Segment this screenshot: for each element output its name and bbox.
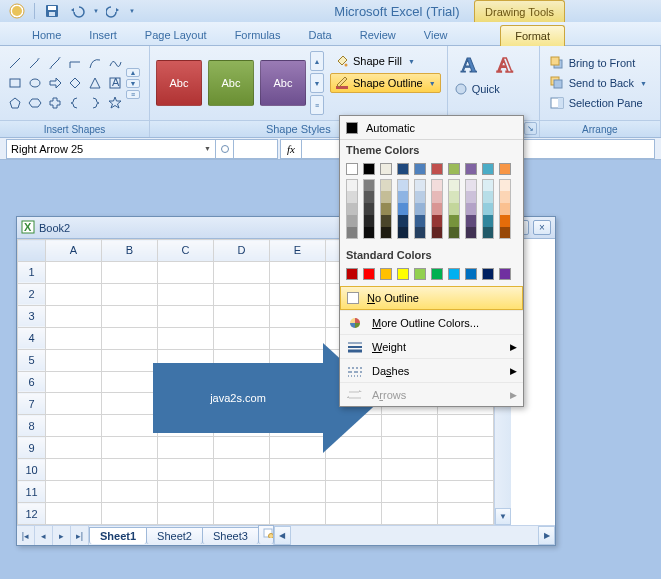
cell[interactable] [326,503,382,525]
cell[interactable] [382,437,438,459]
cross-icon[interactable] [46,94,64,112]
shape-outline-button[interactable]: Shape Outline▼ [330,73,441,93]
line-icon[interactable] [6,54,24,72]
color-swatch[interactable] [363,163,375,175]
color-swatch[interactable] [363,227,375,239]
col-header[interactable]: E [270,240,326,262]
cell[interactable] [158,283,214,305]
shapes-up[interactable]: ▲ [126,68,140,77]
row-header[interactable]: 12 [18,503,46,525]
cell[interactable] [46,261,102,283]
row-header[interactable]: 1 [18,261,46,283]
weight-item[interactable]: Weight ▶ [340,334,523,358]
color-swatch[interactable] [397,179,409,191]
cell[interactable] [46,503,102,525]
color-swatch[interactable] [431,227,443,239]
color-swatch[interactable] [465,191,477,203]
cell[interactable] [46,393,102,415]
color-swatch[interactable] [499,179,511,191]
tab-review[interactable]: Review [346,25,410,45]
color-swatch[interactable] [414,163,426,175]
triangle-icon[interactable] [86,74,104,92]
cell[interactable] [158,305,214,327]
row-header[interactable]: 10 [18,459,46,481]
bring-to-front-button[interactable]: Bring to Front [546,54,650,72]
color-swatch[interactable] [499,215,511,227]
cell[interactable] [382,503,438,525]
color-swatch[interactable] [414,227,426,239]
scroll-left[interactable]: ◀ [274,526,291,545]
undo-button[interactable] [67,2,89,20]
color-swatch[interactable] [414,268,426,280]
cell[interactable] [270,305,326,327]
color-swatch[interactable] [363,179,375,191]
cell[interactable] [158,459,214,481]
send-to-back-button[interactable]: Send to Back▼ [546,74,650,92]
cell[interactable] [438,481,494,503]
cell[interactable] [46,415,102,437]
rectangle-icon[interactable] [6,74,24,92]
color-swatch[interactable] [346,179,358,191]
color-swatch[interactable] [346,163,358,175]
cell[interactable] [46,305,102,327]
curve-icon[interactable] [86,54,104,72]
cell[interactable] [326,459,382,481]
color-swatch[interactable] [397,215,409,227]
color-swatch[interactable] [499,191,511,203]
tab-view[interactable]: View [410,25,462,45]
color-swatch[interactable] [465,227,477,239]
color-swatch[interactable] [346,203,358,215]
col-header[interactable]: B [102,240,158,262]
sheet-tab[interactable]: Sheet2 [146,527,203,544]
color-swatch[interactable] [431,163,443,175]
sheet-tab[interactable]: Sheet1 [89,527,147,544]
cell[interactable] [102,349,158,371]
chevron-down-icon[interactable]: ▼ [204,145,211,152]
color-swatch[interactable] [499,227,511,239]
cell[interactable] [102,327,158,349]
diamond-icon[interactable] [66,74,84,92]
cell[interactable] [102,393,158,415]
color-swatch[interactable] [414,191,426,203]
color-swatch[interactable] [380,215,392,227]
lbrace-icon[interactable] [66,94,84,112]
tab-format[interactable]: Format [500,25,565,46]
automatic-item[interactable]: Automatic [340,116,523,140]
text-fill-button[interactable]: A [454,50,484,80]
color-swatch[interactable] [431,268,443,280]
color-swatch[interactable] [482,227,494,239]
tab-data[interactable]: Data [294,25,345,45]
color-swatch[interactable] [482,191,494,203]
color-swatch[interactable] [346,215,358,227]
arrow-line-icon[interactable] [26,54,44,72]
color-swatch[interactable] [363,215,375,227]
first-sheet-button[interactable]: |◂ [17,526,35,545]
tab-page-layout[interactable]: Page Layout [131,25,221,45]
color-swatch[interactable] [499,203,511,215]
shape-styles-gallery[interactable]: Abc Abc Abc [156,60,306,106]
cell[interactable] [382,481,438,503]
textbox-icon[interactable]: A [106,74,124,92]
cell[interactable] [382,459,438,481]
color-swatch[interactable] [465,203,477,215]
color-swatch[interactable] [499,268,511,280]
cell[interactable] [102,481,158,503]
horizontal-scrollbar[interactable]: ◀ ▶ [273,526,555,545]
shapes-down[interactable]: ▼ [126,79,140,88]
text-outline-button[interactable]: A [490,50,520,80]
color-swatch[interactable] [346,227,358,239]
freeform-icon[interactable] [106,54,124,72]
color-swatch[interactable] [380,227,392,239]
double-arrow-icon[interactable] [46,54,64,72]
redo-button[interactable] [103,2,125,20]
color-swatch[interactable] [363,268,375,280]
styles-up[interactable]: ▲ [310,51,324,71]
dashes-item[interactable]: Dashes ▶ [340,358,523,382]
color-swatch[interactable] [448,203,460,215]
color-swatch[interactable] [431,203,443,215]
style-swatch-2[interactable]: Abc [208,60,254,106]
tab-home[interactable]: Home [18,25,75,45]
cell[interactable] [46,349,102,371]
more-outline-colors-item[interactable]: More Outline Colors... [340,310,523,334]
cell[interactable] [102,305,158,327]
